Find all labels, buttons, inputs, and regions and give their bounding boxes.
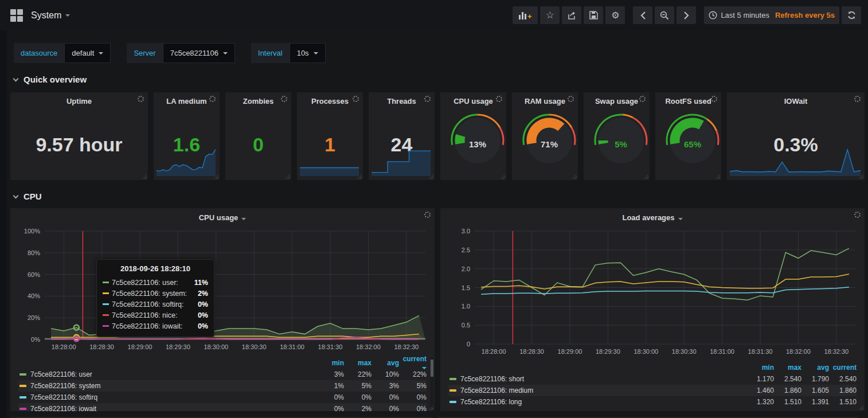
legend-scrollbar[interactable] xyxy=(431,357,433,408)
legend-value: 0% xyxy=(399,405,427,411)
dashboard-title-dropdown[interactable]: System xyxy=(31,10,70,21)
tooltip-series-value: 0% xyxy=(198,322,208,330)
legend-value: 0% xyxy=(344,393,372,401)
zoom-out-icon xyxy=(660,11,669,20)
series-label[interactable]: 7c5ce8221106: iowait xyxy=(30,405,316,411)
legend-column-avg[interactable]: avg xyxy=(372,359,399,367)
collapse-chevron-icon xyxy=(13,193,19,198)
dashboards-grid-icon[interactable] xyxy=(10,9,23,22)
variable-value-dropdown[interactable]: 10s xyxy=(290,43,326,63)
svg-text:0%: 0% xyxy=(31,336,40,343)
legend-value: 1% xyxy=(316,382,344,390)
variable-chip-datasource[interactable]: datasourcedefault xyxy=(14,43,111,63)
stat-panel-iowait: IOWait0.3% xyxy=(727,92,865,180)
loading-spinner-icon xyxy=(854,212,861,218)
series-color-dash[interactable] xyxy=(449,389,456,392)
time-series-plot[interactable]: 00.51.01.52.02.53.018:28:0018:28:3018:29… xyxy=(440,225,865,358)
series-label[interactable]: 7c5ce8221106: softirq xyxy=(30,393,316,401)
legend-column-min[interactable]: min xyxy=(746,364,774,372)
loading-spinner-icon xyxy=(138,96,144,102)
variable-chip-server[interactable]: Server7c5ce8221106 xyxy=(127,43,235,63)
svg-text:20%: 20% xyxy=(28,314,40,321)
panel-title[interactable]: CPU usage xyxy=(10,208,435,225)
series-label[interactable]: 7c5ce8221106: user xyxy=(30,370,316,378)
resize-handle[interactable] xyxy=(572,174,577,179)
save-button[interactable] xyxy=(584,6,603,24)
legend-column-current[interactable]: current xyxy=(399,355,427,371)
sparkline xyxy=(730,146,862,178)
series-color-dash[interactable] xyxy=(19,373,26,376)
resize-handle[interactable] xyxy=(286,174,290,179)
time-series-plot[interactable]: 0%20%40%60%80%100%18:28:0018:28:3018:29:… xyxy=(10,225,435,354)
stats-row: Uptime9.57 hourLA medium1.6Zombies0Proce… xyxy=(10,92,865,180)
series-label[interactable]: 7c5ce8221106: medium xyxy=(460,386,746,394)
svg-text:1.0: 1.0 xyxy=(462,303,470,310)
row-header-quick-overview[interactable]: Quick overview xyxy=(13,75,865,84)
refresh-button[interactable] xyxy=(842,6,861,24)
series-label[interactable]: 7c5ce8221106: long xyxy=(460,398,746,406)
svg-text:18:28:00: 18:28:00 xyxy=(52,343,76,350)
series-color-dash[interactable] xyxy=(19,396,26,399)
settings-button[interactable]: ⚙ xyxy=(605,6,625,24)
stat-panel-processes: Processes1 xyxy=(297,92,363,180)
svg-text:5%: 5% xyxy=(615,139,627,149)
page-title: System xyxy=(31,10,61,21)
loading-spinner-icon xyxy=(496,96,502,102)
tooltip-series-label: 7c5ce8221106: system: xyxy=(112,290,198,298)
resize-handle[interactable] xyxy=(501,174,505,179)
row-header-cpu[interactable]: CPU xyxy=(13,192,865,201)
time-range-picker[interactable]: Last 5 minutes Refresh every 5s xyxy=(704,6,839,24)
variable-chip-interval[interactable]: Interval10s xyxy=(251,43,326,63)
time-back-button[interactable] xyxy=(633,6,652,24)
loading-spinner-icon xyxy=(854,96,861,102)
panel-title[interactable]: IOWait xyxy=(727,92,865,106)
chevron-down-icon xyxy=(678,218,683,220)
sort-caret-icon xyxy=(422,367,427,369)
svg-text:18:32:30: 18:32:30 xyxy=(824,348,849,355)
svg-text:18:31:30: 18:31:30 xyxy=(318,343,343,350)
series-color-dash[interactable] xyxy=(19,385,26,387)
star-button[interactable]: ☆ xyxy=(540,6,560,24)
series-color-dash[interactable] xyxy=(449,401,456,403)
svg-text:18:31:30: 18:31:30 xyxy=(748,348,773,355)
tooltip-row: 7c5ce8221106: nice:0% xyxy=(103,310,208,321)
panel-title[interactable]: Load averages xyxy=(440,208,865,225)
stat-panel-threads: Threads24 xyxy=(369,92,435,180)
share-button[interactable] xyxy=(562,6,581,24)
chevron-down-icon xyxy=(223,52,228,54)
series-label[interactable]: 7c5ce8221106: system xyxy=(30,382,316,390)
add-panel-button[interactable]: + xyxy=(513,6,538,24)
series-line xyxy=(481,274,849,289)
refresh-interval-label: Refresh every 5s xyxy=(775,11,835,19)
zoom-out-button[interactable] xyxy=(655,6,674,24)
legend-column-min[interactable]: min xyxy=(316,359,344,367)
time-forward-button[interactable] xyxy=(677,6,696,24)
legend-row: 7c5ce8221106: user3%22%10%22% xyxy=(18,369,427,380)
series-color-dash[interactable] xyxy=(449,378,456,380)
variable-label: datasource xyxy=(14,43,64,63)
resize-handle[interactable] xyxy=(715,174,720,179)
variable-value-dropdown[interactable]: default xyxy=(64,43,111,63)
tooltip-series-label: 7c5ce8221106: iowait: xyxy=(112,322,198,330)
resize-handle[interactable] xyxy=(142,174,147,179)
stat-value: 9.57 hour xyxy=(10,134,148,156)
series-color-dash xyxy=(103,314,109,316)
legend-column-max[interactable]: max xyxy=(344,359,372,367)
gauge: 5% xyxy=(584,108,650,166)
svg-text:2.5: 2.5 xyxy=(462,247,470,253)
legend-column-max[interactable]: max xyxy=(774,364,801,372)
series-line xyxy=(481,248,849,300)
svg-text:1.5: 1.5 xyxy=(462,284,470,291)
legend-value: 0% xyxy=(372,405,399,411)
legend-column-avg[interactable]: avg xyxy=(801,364,829,372)
svg-text:18:31:00: 18:31:00 xyxy=(710,348,734,355)
scrollbar-thumb[interactable] xyxy=(431,360,433,377)
series-label[interactable]: 7c5ce8221106: short xyxy=(460,375,746,383)
resize-handle[interactable] xyxy=(644,174,648,179)
series-color-dash[interactable] xyxy=(19,408,26,410)
legend-column-current[interactable]: current xyxy=(829,364,857,372)
refresh-icon xyxy=(847,11,856,19)
panel-title[interactable]: Uptime xyxy=(10,92,148,106)
legend-value: 2.540 xyxy=(774,375,801,383)
variable-value-dropdown[interactable]: 7c5ce8221106 xyxy=(163,43,235,63)
